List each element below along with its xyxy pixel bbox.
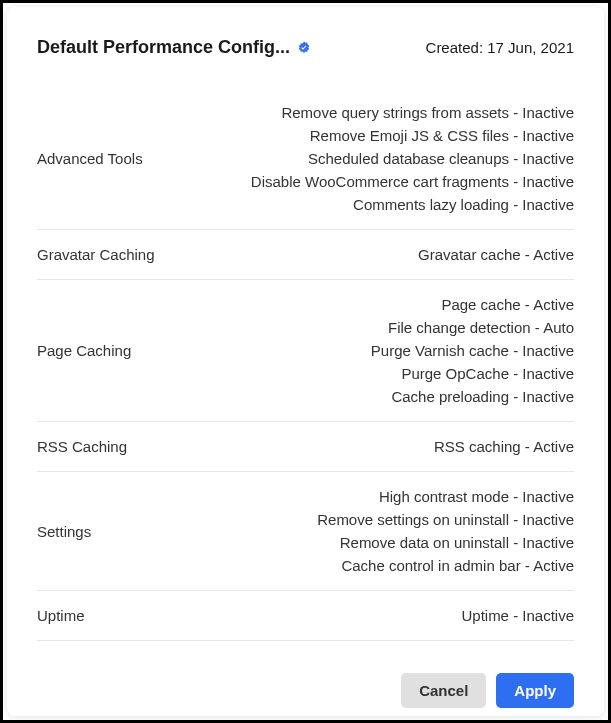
- section-label: RSS Caching: [37, 438, 127, 455]
- section-item: Disable WooCommerce cart fragments - Ina…: [251, 171, 574, 192]
- section-items: Uptime - Inactive: [461, 605, 574, 626]
- section-item: Purge OpCache - Inactive: [371, 363, 574, 384]
- section-items: Remove query strings from assets - Inact…: [251, 102, 574, 215]
- section-row: Page CachingPage cache - ActiveFile chan…: [37, 280, 574, 422]
- sections-list: Advanced ToolsRemove query strings from …: [37, 88, 574, 641]
- section-items: Gravatar cache - Active: [418, 244, 574, 265]
- section-item: Cache control in admin bar - Active: [317, 555, 574, 576]
- section-row: SettingsHigh contrast mode - InactiveRem…: [37, 472, 574, 591]
- config-card: Default Performance Config... Created: 1…: [7, 7, 604, 716]
- section-items: RSS caching - Active: [434, 436, 574, 457]
- verified-icon: [296, 40, 312, 56]
- section-row: UptimeUptime - Inactive: [37, 591, 574, 641]
- section-row: Advanced ToolsRemove query strings from …: [37, 88, 574, 230]
- section-label: Advanced Tools: [37, 150, 143, 167]
- section-item: High contrast mode - Inactive: [317, 486, 574, 507]
- section-item: Cache preloading - Inactive: [371, 386, 574, 407]
- section-items: High contrast mode - InactiveRemove sett…: [317, 486, 574, 576]
- created-label: Created: 17 Jun, 2021: [426, 39, 574, 56]
- section-label: Gravatar Caching: [37, 246, 155, 263]
- section-item: Scheduled database cleanups - Inactive: [251, 148, 574, 169]
- section-label: Uptime: [37, 607, 85, 624]
- card-title: Default Performance Config...: [37, 37, 290, 58]
- section-item: Purge Varnish cache - Inactive: [371, 340, 574, 361]
- cancel-button[interactable]: Cancel: [401, 673, 486, 708]
- section-item: File change detection - Auto: [371, 317, 574, 338]
- title-wrap: Default Performance Config...: [37, 37, 312, 58]
- section-label: Settings: [37, 523, 91, 540]
- section-item: Remove query strings from assets - Inact…: [251, 102, 574, 123]
- section-item: Remove Emoji JS & CSS files - Inactive: [251, 125, 574, 146]
- section-item: Comments lazy loading - Inactive: [251, 194, 574, 215]
- section-items: Page cache - ActiveFile change detection…: [371, 294, 574, 407]
- section-row: RSS CachingRSS caching - Active: [37, 422, 574, 472]
- section-label: Page Caching: [37, 342, 131, 359]
- section-item: Remove settings on uninstall - Inactive: [317, 509, 574, 530]
- section-item: Uptime - Inactive: [461, 605, 574, 626]
- section-item: Remove data on uninstall - Inactive: [317, 532, 574, 553]
- apply-button[interactable]: Apply: [496, 673, 574, 708]
- section-item: RSS caching - Active: [434, 436, 574, 457]
- card-footer: Cancel Apply: [37, 673, 574, 708]
- section-item: Page cache - Active: [371, 294, 574, 315]
- section-row: Gravatar CachingGravatar cache - Active: [37, 230, 574, 280]
- section-item: Gravatar cache - Active: [418, 244, 574, 265]
- card-header: Default Performance Config... Created: 1…: [37, 37, 574, 58]
